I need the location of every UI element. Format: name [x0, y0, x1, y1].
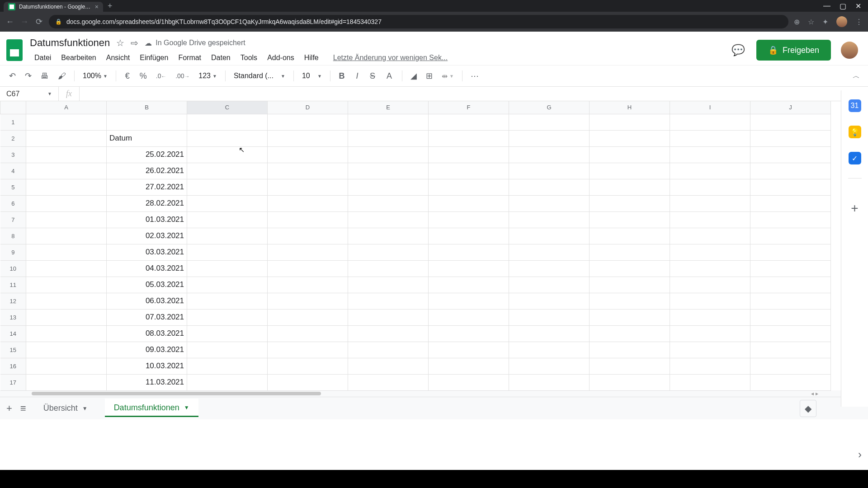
merge-cells-dropdown[interactable]: ⇹▼: [438, 70, 458, 82]
cell-I11[interactable]: [670, 277, 750, 293]
cell-A9[interactable]: [26, 244, 107, 260]
cell-A15[interactable]: [26, 342, 107, 358]
cell-B5[interactable]: 27.02.2021: [107, 179, 187, 195]
cell-D9[interactable]: [268, 244, 348, 260]
col-header-E[interactable]: E: [348, 101, 429, 114]
cell-D14[interactable]: [268, 325, 348, 342]
cell-J11[interactable]: [750, 277, 831, 293]
percent-button[interactable]: %: [136, 69, 151, 83]
cell-E8[interactable]: [348, 228, 429, 244]
cell-B15[interactable]: 09.03.2021: [107, 342, 187, 358]
cell-E14[interactable]: [348, 325, 429, 342]
cell-J5[interactable]: [750, 179, 831, 195]
cell-B13[interactable]: 07.03.2021: [107, 309, 187, 325]
horizontal-scrollbar[interactable]: ◂ ▸: [0, 390, 868, 397]
row-header-3[interactable]: 3: [0, 146, 26, 163]
row-header-9[interactable]: 9: [0, 244, 26, 260]
cell-A1[interactable]: [26, 114, 107, 130]
number-format-dropdown[interactable]: 123▼: [195, 70, 221, 82]
menu-tools[interactable]: Tools: [236, 52, 262, 64]
row-header-1[interactable]: 1: [0, 114, 26, 130]
paint-format-icon[interactable]: 🖌: [54, 69, 70, 83]
cell-B1[interactable]: [107, 114, 187, 130]
cell-A12[interactable]: [26, 293, 107, 309]
cell-D17[interactable]: [268, 374, 348, 390]
cell-C3[interactable]: [187, 146, 268, 163]
col-header-C[interactable]: C: [187, 101, 268, 114]
cell-C10[interactable]: [187, 260, 268, 277]
cell-H6[interactable]: [590, 195, 670, 211]
col-header-G[interactable]: G: [509, 101, 590, 114]
cell-D4[interactable]: [268, 163, 348, 179]
cell-I13[interactable]: [670, 309, 750, 325]
add-sheet-button[interactable]: +: [6, 403, 12, 414]
cell-B9[interactable]: 03.03.2021: [107, 244, 187, 260]
cell-D5[interactable]: [268, 179, 348, 195]
cell-J15[interactable]: [750, 342, 831, 358]
cell-F11[interactable]: [429, 277, 509, 293]
cell-J16[interactable]: [750, 358, 831, 374]
row-header-6[interactable]: 6: [0, 195, 26, 211]
cell-G4[interactable]: [509, 163, 590, 179]
cell-G15[interactable]: [509, 342, 590, 358]
cell-A6[interactable]: [26, 195, 107, 211]
cell-F14[interactable]: [429, 325, 509, 342]
cell-F10[interactable]: [429, 260, 509, 277]
cell-J9[interactable]: [750, 244, 831, 260]
col-header-J[interactable]: J: [750, 101, 831, 114]
cell-D11[interactable]: [268, 277, 348, 293]
cell-J12[interactable]: [750, 293, 831, 309]
menu-edit[interactable]: Bearbeiten: [57, 52, 100, 64]
cell-I14[interactable]: [670, 325, 750, 342]
cell-D6[interactable]: [268, 195, 348, 211]
zoom-icon[interactable]: ⊕: [794, 18, 800, 26]
cell-G6[interactable]: [509, 195, 590, 211]
redo-icon[interactable]: ↷: [21, 69, 35, 83]
cell-A17[interactable]: [26, 374, 107, 390]
row-header-10[interactable]: 10: [0, 260, 26, 277]
account-avatar[interactable]: [840, 41, 859, 60]
undo-icon[interactable]: ↶: [5, 69, 19, 83]
row-header-5[interactable]: 5: [0, 179, 26, 195]
cell-F12[interactable]: [429, 293, 509, 309]
cell-C4[interactable]: [187, 163, 268, 179]
cell-A4[interactable]: [26, 163, 107, 179]
row-header-8[interactable]: 8: [0, 228, 26, 244]
cell-F9[interactable]: [429, 244, 509, 260]
select-all-corner[interactable]: [0, 101, 26, 114]
cell-G8[interactable]: [509, 228, 590, 244]
cell-I15[interactable]: [670, 342, 750, 358]
cell-J17[interactable]: [750, 374, 831, 390]
bold-button[interactable]: B: [335, 69, 349, 83]
cell-C1[interactable]: [187, 114, 268, 130]
browser-profile-avatar[interactable]: [836, 16, 847, 27]
cell-A13[interactable]: [26, 309, 107, 325]
cell-C8[interactable]: [187, 228, 268, 244]
menu-file[interactable]: Datei: [30, 52, 56, 64]
cell-E17[interactable]: [348, 374, 429, 390]
tasks-icon[interactable]: ✓: [849, 152, 861, 164]
cell-A2[interactable]: [26, 130, 107, 146]
cell-E10[interactable]: [348, 260, 429, 277]
cell-A5[interactable]: [26, 179, 107, 195]
collapse-toolbar-icon[interactable]: ︿: [850, 69, 863, 84]
forward-icon[interactable]: →: [20, 17, 29, 27]
cell-F17[interactable]: [429, 374, 509, 390]
decrease-decimal-button[interactable]: .0←: [152, 69, 170, 83]
keep-icon[interactable]: 💡: [849, 126, 861, 138]
cell-E11[interactable]: [348, 277, 429, 293]
row-header-11[interactable]: 11: [0, 277, 26, 293]
borders-icon[interactable]: ⊞: [422, 69, 436, 83]
reload-icon[interactable]: ⟳: [34, 17, 43, 27]
cell-E4[interactable]: [348, 163, 429, 179]
cell-F7[interactable]: [429, 211, 509, 228]
star-icon[interactable]: ☆: [116, 38, 124, 48]
cell-E13[interactable]: [348, 309, 429, 325]
browser-menu-icon[interactable]: ⋮: [855, 18, 863, 26]
cell-J10[interactable]: [750, 260, 831, 277]
text-color-button[interactable]: A: [381, 69, 397, 83]
row-header-14[interactable]: 14: [0, 325, 26, 342]
extensions-icon[interactable]: ✦: [822, 18, 828, 26]
cell-B16[interactable]: 10.03.2021: [107, 358, 187, 374]
cell-H13[interactable]: [590, 309, 670, 325]
